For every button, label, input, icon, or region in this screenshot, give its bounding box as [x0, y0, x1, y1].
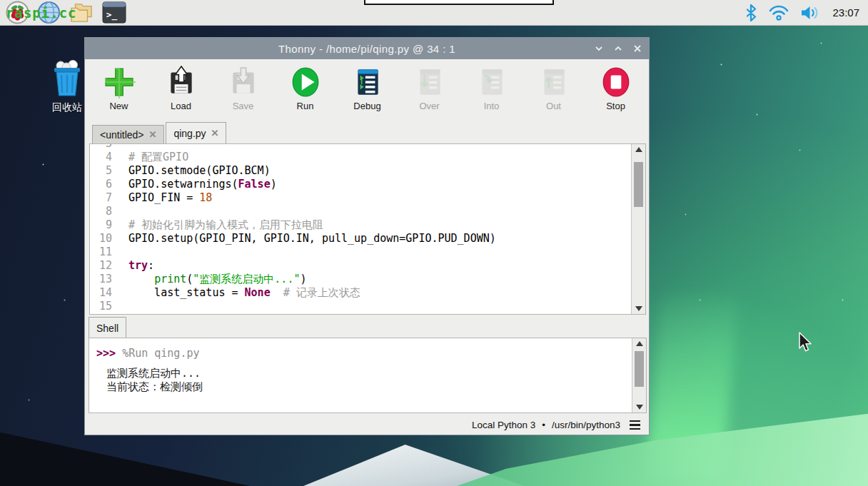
step-over-button[interactable]: Over [398, 59, 460, 122]
trash-can-icon [49, 59, 85, 100]
tab-untitled[interactable]: <untitled> ✕ [92, 125, 164, 143]
shell-line: 监测系统启动中... [96, 367, 646, 380]
code-line[interactable]: 11 [90, 245, 645, 259]
taskbar-clock[interactable]: 23:07 [832, 6, 859, 19]
debug-button[interactable]: Debug [336, 59, 398, 122]
load-button[interactable]: Load [150, 59, 212, 122]
stop-button[interactable]: Stop [585, 59, 647, 122]
tab-shell[interactable]: Shell [89, 317, 126, 338]
scroll-up-icon[interactable] [632, 144, 645, 156]
code-text [118, 143, 128, 151]
web-browser-icon[interactable] [37, 1, 61, 24]
code-line[interactable]: 8 [90, 205, 645, 218]
interpreter-path[interactable]: /usr/bin/python3 [552, 420, 620, 430]
new-button[interactable]: New [88, 59, 150, 122]
bluetooth-icon[interactable] [745, 4, 757, 21]
wifi-icon[interactable] [769, 5, 789, 21]
line-number: 4 [90, 151, 118, 164]
code-line[interactable]: 6GPIO.setwarnings(False) [90, 178, 645, 191]
step-into-icon [475, 66, 508, 98]
code-line[interactable]: 3 [90, 143, 645, 151]
scroll-down-icon[interactable] [632, 303, 645, 314]
code-text: try: [118, 259, 154, 273]
line-number: 13 [90, 273, 118, 286]
partial-offscreen-window[interactable] [364, 0, 554, 5]
terminal-icon[interactable]: >_ [102, 1, 126, 24]
statusbar-separator: • [542, 420, 545, 430]
step-into-button[interactable]: Into [460, 59, 523, 122]
line-number: 9 [90, 218, 118, 232]
debug-icon [351, 66, 384, 98]
run-icon [289, 66, 322, 98]
thonny-window: Thonny - /home/pi/qing.py @ 34 : 1 [84, 37, 650, 435]
shell-tabbar: Shell [89, 317, 126, 338]
scrollbar-thumb[interactable] [634, 162, 643, 207]
shell-scrollbar[interactable] [632, 338, 646, 412]
statusbar: Local Python 3 • /usr/bin/python3 [85, 415, 649, 435]
code-line[interactable]: 10GPIO.setup(GPIO_PIN, GPIO.IN, pull_up_… [90, 232, 645, 245]
shell-lines: >>> %Run qing.py监测系统启动中...当前状态：检测倾倒 [89, 338, 646, 394]
editor-scrollbar[interactable] [631, 144, 645, 314]
code-text: GPIO.setwarnings(False) [118, 178, 277, 191]
code-line[interactable]: 13 print("监测系统启动中...") [90, 273, 645, 286]
code-text: print("监测系统启动中...") [118, 273, 307, 286]
line-number: 7 [90, 191, 118, 205]
titlebar[interactable]: Thonny - /home/pi/qing.py @ 34 : 1 [85, 38, 649, 59]
recycle-bin-label: 回收站 [52, 101, 82, 114]
stop-icon [600, 66, 632, 98]
line-number: 14 [90, 286, 118, 300]
line-number: 3 [90, 143, 118, 151]
code-text [118, 300, 128, 313]
minimize-button[interactable] [595, 44, 603, 53]
line-number: 8 [90, 205, 118, 218]
line-number: 5 [90, 164, 118, 178]
code-text: # 初始化引脚为输入模式，启用下拉电阻 [118, 218, 323, 232]
file-manager-icon[interactable] [69, 2, 94, 24]
code-text: # 配置GPIO [118, 151, 188, 164]
code-line[interactable]: 9# 初始化引脚为输入模式，启用下拉电阻 [90, 218, 645, 232]
run-button[interactable]: Run [274, 59, 336, 122]
line-number: 11 [90, 245, 118, 259]
hamburger-menu-icon[interactable] [630, 420, 640, 430]
step-out-icon [538, 66, 570, 98]
step-over-icon [413, 66, 446, 98]
new-file-icon [103, 66, 136, 98]
interpreter-label[interactable]: Local Python 3 [472, 420, 535, 430]
screen: { "taskbar": { "watermark": "raspi.cc", … [0, 0, 868, 486]
shell-line: >>> %Run qing.py [96, 347, 646, 360]
scrollbar-thumb[interactable] [635, 351, 644, 387]
save-button[interactable]: Save [212, 59, 274, 122]
maximize-button[interactable] [614, 44, 622, 53]
save-file-icon [227, 66, 260, 98]
window-title: Thonny - /home/pi/qing.py @ 34 : 1 [85, 43, 649, 55]
line-number: 10 [90, 232, 118, 245]
editor-lines: 34# 配置GPIO5GPIO.setmode(GPIO.BCM)6GPIO.s… [90, 143, 645, 313]
code-text: GPIO.setmode(GPIO.BCM) [118, 164, 271, 178]
tab-close-icon[interactable]: ✕ [149, 129, 157, 140]
line-number: 12 [90, 259, 118, 273]
load-file-icon [165, 66, 198, 98]
code-line[interactable]: 7GPIO_FIN = 18 [90, 191, 645, 205]
volume-icon[interactable] [801, 5, 820, 21]
code-line[interactable]: 5GPIO.setmode(GPIO.BCM) [90, 164, 645, 178]
svg-text:>_: >_ [106, 9, 118, 21]
tab-close-icon[interactable]: ✕ [211, 128, 219, 138]
shell-pane[interactable]: >>> %Run qing.py监测系统启动中...当前状态：检测倾倒 [89, 338, 647, 413]
line-number: 6 [90, 178, 118, 191]
tab-qing-py[interactable]: qing.py ✕ [166, 122, 226, 143]
toolbar: New Load S [85, 59, 649, 122]
shell-line: 当前状态：检测倾倒 [96, 380, 646, 394]
code-line[interactable]: 14 last_status = None # 记录上次状态 [90, 286, 645, 300]
code-line[interactable]: 12try: [90, 259, 645, 273]
code-editor[interactable]: 34# 配置GPIO5GPIO.setmode(GPIO.BCM)6GPIO.s… [89, 143, 646, 315]
code-text [118, 245, 128, 259]
code-line[interactable]: 4# 配置GPIO [90, 151, 645, 164]
scroll-up-icon[interactable] [632, 338, 646, 350]
step-out-button[interactable]: Out [523, 59, 585, 122]
code-text [118, 205, 128, 218]
scroll-down-icon[interactable] [632, 401, 646, 412]
raspberry-menu-icon[interactable] [6, 1, 29, 24]
code-line[interactable]: 15 [90, 300, 645, 313]
code-text: GPIO_FIN = 18 [118, 191, 212, 205]
close-button[interactable] [633, 44, 642, 53]
